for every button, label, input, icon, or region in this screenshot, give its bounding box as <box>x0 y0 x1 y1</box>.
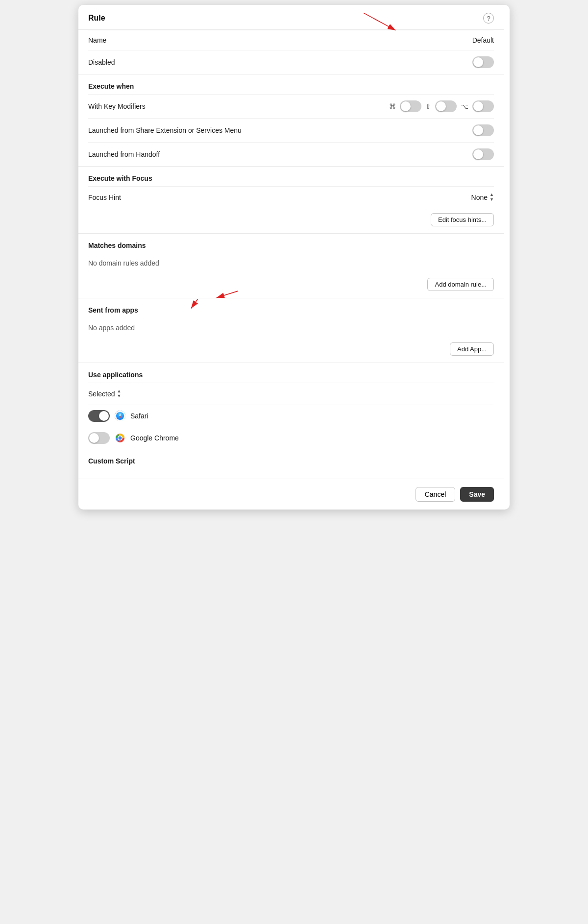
bottom-bar: Cancel Save <box>78 479 504 510</box>
handoff-row: Launched from Handoff <box>88 142 494 166</box>
save-button[interactable]: Save <box>460 487 494 502</box>
matches-domains-title: Matches domains <box>88 234 494 253</box>
modifiers-controls: ⌘ ⇧ ⌥ <box>389 100 494 112</box>
share-extension-row: Launched from Share Extension or Service… <box>88 118 494 142</box>
matches-domains-section: Matches domains No domain rules added Ad… <box>78 234 504 298</box>
cmd-symbol: ⌘ <box>389 102 396 110</box>
cmd-toggle[interactable] <box>400 100 421 112</box>
edit-focus-hints-button[interactable]: Edit focus hints... <box>431 213 494 226</box>
safari-icon <box>115 411 125 421</box>
alt-symbol: ⌥ <box>461 102 468 110</box>
shift-symbol: ⇧ <box>425 102 431 110</box>
custom-script-title: Custom Script <box>88 449 494 469</box>
chrome-toggle[interactable] <box>88 432 110 444</box>
disabled-row: Disabled <box>88 50 494 74</box>
app-mode-stepper[interactable]: Selected ▲ ▼ <box>88 389 121 399</box>
name-row: Name <box>88 30 494 50</box>
name-label: Name <box>88 36 106 44</box>
shift-toggle[interactable] <box>435 100 457 112</box>
disabled-toggle[interactable] <box>472 56 494 68</box>
app-mode-row: Selected ▲ ▼ <box>88 383 494 405</box>
add-app-button[interactable]: Add App... <box>450 342 494 356</box>
use-applications-section: Use applications Selected ▲ ▼ <box>78 363 504 449</box>
rule-header: Rule ? <box>78 5 504 30</box>
name-input[interactable] <box>396 36 494 44</box>
share-extension-label: Launched from Share Extension or Service… <box>88 126 242 134</box>
handoff-label: Launched from Handoff <box>88 150 160 158</box>
no-apps-text: No apps added <box>88 318 494 338</box>
safari-label: Safari <box>130 412 148 420</box>
add-domain-btn-row: Add domain rule... <box>88 273 494 298</box>
safari-app-row: Safari <box>88 405 494 427</box>
key-modifiers-label: With Key Modifiers <box>88 102 146 110</box>
app-mode-arrows-icon[interactable]: ▲ ▼ <box>117 389 121 399</box>
help-button[interactable]: ? <box>483 13 494 24</box>
content-area: Rule ? Name Disabled Execute when With K… <box>78 5 510 510</box>
focus-hint-stepper[interactable]: None ▲ ▼ <box>471 193 494 202</box>
stepper-arrows-icon[interactable]: ▲ ▼ <box>490 193 494 202</box>
add-domain-rule-button[interactable]: Add domain rule... <box>427 278 494 291</box>
chrome-label: Google Chrome <box>130 434 179 442</box>
rule-title: Rule <box>88 14 105 23</box>
svg-point-14 <box>119 436 122 439</box>
sent-from-apps-title: Sent from apps <box>88 298 494 318</box>
chrome-icon <box>115 433 125 443</box>
key-modifiers-row: With Key Modifiers ⌘ ⇧ ⌥ <box>88 94 494 118</box>
add-app-btn-row: Add App... <box>88 338 494 363</box>
execute-when-title: Execute when <box>88 74 494 94</box>
app-mode-value: Selected <box>88 390 115 398</box>
no-domain-rules-text: No domain rules added <box>88 253 494 273</box>
chrome-app-row: Google Chrome <box>88 427 494 449</box>
execute-focus-section: Execute with Focus Focus Hint None ▲ ▼ E… <box>78 167 504 234</box>
name-section: Name Disabled <box>78 30 504 74</box>
safari-toggle[interactable] <box>88 410 110 422</box>
execute-when-section: Execute when With Key Modifiers ⌘ ⇧ ⌥ La… <box>78 74 504 167</box>
focus-hint-row: Focus Hint None ▲ ▼ <box>88 186 494 208</box>
share-extension-toggle[interactable] <box>472 124 494 136</box>
alt-toggle[interactable] <box>472 100 494 112</box>
sent-from-apps-section: Sent from apps No apps added Add App... <box>78 298 504 363</box>
execute-focus-title: Execute with Focus <box>88 167 494 186</box>
main-window: Rule ? Name Disabled Execute when With K… <box>78 5 510 510</box>
handoff-toggle[interactable] <box>472 148 494 160</box>
cancel-button[interactable]: Cancel <box>416 487 456 502</box>
use-applications-title: Use applications <box>88 363 494 383</box>
focus-hint-label: Focus Hint <box>88 194 121 201</box>
disabled-label: Disabled <box>88 58 115 66</box>
edit-focus-btn-row: Edit focus hints... <box>88 208 494 233</box>
focus-hint-value: None <box>471 194 488 201</box>
custom-script-section: Custom Script <box>78 449 504 479</box>
